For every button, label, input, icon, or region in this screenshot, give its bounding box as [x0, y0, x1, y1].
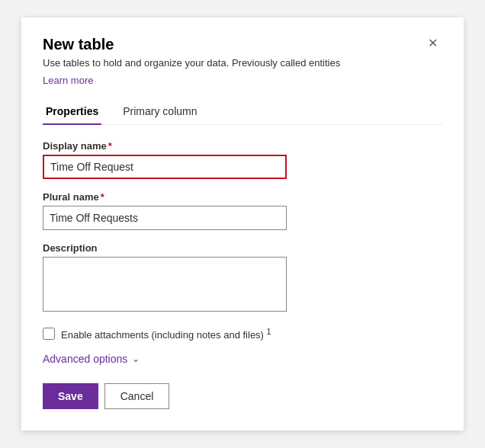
plural-name-input[interactable] [43, 206, 287, 230]
display-name-group: Display name* [43, 140, 442, 179]
close-icon: ✕ [428, 37, 438, 50]
cancel-button[interactable]: Cancel [104, 383, 170, 409]
plural-name-group: Plural name* [43, 191, 442, 230]
display-name-input[interactable] [43, 155, 287, 179]
tab-primary-column[interactable]: Primary column [120, 99, 200, 125]
attachments-checkbox[interactable] [43, 328, 55, 340]
close-button[interactable]: ✕ [423, 36, 442, 51]
advanced-options-button[interactable]: Advanced options ⌄ [43, 353, 140, 365]
chevron-down-icon: ⌄ [132, 354, 140, 364]
dialog-footer: Save Cancel [43, 383, 442, 409]
advanced-options-label: Advanced options [43, 353, 127, 365]
tab-properties[interactable]: Properties [43, 99, 101, 125]
display-name-label: Display name* [43, 140, 442, 152]
attachments-group: Enable attachments (including notes and … [43, 327, 442, 341]
save-button[interactable]: Save [43, 383, 98, 409]
description-group: Description [43, 242, 442, 315]
required-star: * [108, 140, 112, 152]
dialog-header: New table ✕ [43, 36, 442, 53]
description-input[interactable] [43, 257, 287, 312]
attachments-label: Enable attachments (including notes and … [61, 327, 271, 341]
attachments-superscript: 1 [267, 327, 271, 336]
dialog-subtitle: Use tables to hold and organize your dat… [43, 56, 442, 70]
new-table-dialog: New table ✕ Use tables to hold and organ… [21, 18, 464, 431]
learn-more-link[interactable]: Learn more [43, 75, 93, 86]
dialog-title: New table [43, 36, 114, 53]
tabs-container: Properties Primary column [43, 99, 442, 125]
plural-name-label: Plural name* [43, 191, 442, 203]
description-label: Description [43, 242, 442, 254]
required-star-plural: * [101, 191, 104, 203]
